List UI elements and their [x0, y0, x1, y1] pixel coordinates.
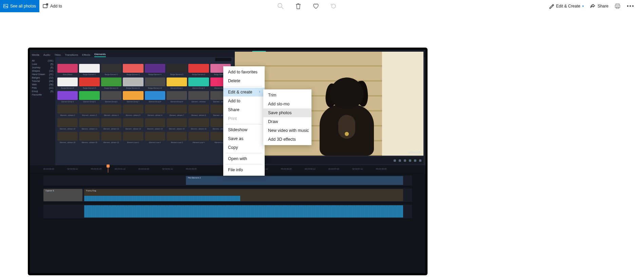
ctx-slideshow[interactable]: Slideshow: [223, 125, 265, 134]
context-submenu: Trim Add slo-mo Save photos Draw New vid…: [263, 89, 311, 145]
grid-thumb: [79, 64, 99, 73]
grid-thumb: [101, 132, 121, 141]
grid-thumb: [145, 132, 165, 141]
sub-3d-effects[interactable]: Add 3D effects: [263, 135, 311, 144]
see-all-photos-label: See all photos: [10, 4, 36, 8]
print-icon[interactable]: [614, 3, 621, 9]
grid-thumb: [167, 64, 187, 73]
grid-thumb: [79, 105, 99, 114]
grid-thumb: [145, 118, 165, 127]
sub-save-photos[interactable]: Save photos: [263, 108, 311, 117]
grid-thumb: [101, 105, 121, 114]
ctx-add-favorites[interactable]: Add to favorites: [223, 68, 265, 76]
grid-thumb: [57, 118, 78, 127]
grid-thumb: [145, 64, 165, 73]
favorite-heart-icon[interactable]: [312, 3, 319, 10]
grid-thumb: [123, 105, 143, 114]
grid-thumb: [57, 77, 78, 86]
chevron-down-icon: ▾: [582, 4, 584, 8]
grid-thumb: [123, 64, 143, 73]
grid-thumb: [145, 105, 165, 114]
tab-effects: Effects: [82, 53, 90, 57]
sub-draw[interactable]: Draw: [263, 117, 311, 126]
grid-thumb: [79, 77, 99, 86]
grid-thumb: [167, 105, 187, 114]
tab-audio: Audio: [43, 53, 50, 57]
toolbar-right: Edit & Create ▾ Share •••: [549, 0, 644, 12]
svg-point-2: [278, 3, 282, 7]
track-audio: [43, 205, 412, 218]
zoom-icon[interactable]: [277, 3, 284, 10]
timeline-tick: 00:00:06:00: [281, 168, 305, 170]
sub-slomo[interactable]: Add slo-mo: [263, 100, 311, 108]
share-icon: [590, 3, 595, 9]
share-label: Share: [598, 4, 608, 8]
ctx-print: Print: [223, 114, 265, 123]
edit-create-icon: [549, 3, 554, 9]
app-toolbar: See all photos Add to Edit & Create ▾ Sh…: [0, 0, 644, 12]
grid-thumb: [188, 77, 209, 86]
grid-thumb: [188, 132, 209, 141]
svg-rect-4: [615, 5, 620, 7]
grid-thumb: [57, 105, 78, 114]
toolbar-center: [65, 0, 549, 12]
timeline-tick: 00:00:07:00: [328, 168, 352, 170]
grid-thumb: [145, 91, 165, 100]
grid-thumb: [145, 77, 165, 86]
grid-thumb: [188, 105, 209, 114]
ctx-save-as[interactable]: Save as: [223, 134, 265, 143]
tab-transitions: Transitions: [65, 53, 78, 57]
edit-create-button[interactable]: Edit & Create ▾: [549, 3, 584, 9]
grid-thumb: [57, 64, 78, 73]
grid-thumb: [167, 91, 187, 100]
grid-thumb: [79, 91, 99, 100]
timeline-tick: 00:00:07:12: [352, 168, 376, 170]
ctx-file-info[interactable]: File info: [223, 166, 265, 174]
timeline-tick: 00:00:06:12: [305, 168, 328, 170]
grid-thumb: [188, 118, 209, 127]
grid-thumb: [188, 64, 209, 73]
grid-thumb: [123, 118, 143, 127]
preview-dog: [306, 74, 377, 156]
grid-thumb: [123, 91, 143, 100]
ctx-edit-create[interactable]: Edit & create ›: [223, 88, 265, 97]
timeline-tick: 00:00:00:12: [67, 168, 91, 170]
editor-search: [215, 58, 231, 61]
tab-elements: Elements: [94, 53, 106, 57]
grid-thumb: [79, 132, 99, 141]
more-icon[interactable]: •••: [627, 3, 634, 9]
add-to-label: Add to: [50, 4, 62, 8]
sub-trim[interactable]: Trim: [263, 91, 311, 100]
photos-icon: [3, 4, 8, 8]
ctx-delete[interactable]: Delete: [223, 76, 265, 85]
grid-thumb: [123, 77, 143, 86]
timeline-tick: 00:00:08:00: [376, 168, 400, 170]
ctx-add-to[interactable]: Add to: [223, 97, 265, 105]
sub-new-video[interactable]: New video with music: [263, 126, 311, 135]
preview-timestamp: 00:00:01:05: [408, 151, 421, 154]
track-overlay: Pet Element 2: [43, 175, 412, 186]
share-button[interactable]: Share: [590, 3, 608, 9]
grid-thumb: [188, 91, 209, 100]
grid-thumb: [101, 118, 121, 127]
add-to-button[interactable]: Add to: [39, 0, 65, 12]
timeline-tick: 00:00:00:00: [43, 168, 67, 170]
tab-titles: Titles: [54, 53, 61, 57]
tab-media: Media: [32, 53, 39, 57]
rotate-icon[interactable]: [330, 3, 337, 10]
track-video: Opener 6 Funny Dog: [43, 188, 412, 202]
clip-opener: Opener 6: [45, 190, 54, 192]
grid-thumb: [57, 132, 78, 141]
edit-create-label: Edit & Create: [556, 4, 580, 8]
grid-thumb: [101, 77, 121, 86]
ctx-copy[interactable]: Copy: [223, 143, 265, 152]
timeline-tick: 00:00:02:00: [138, 168, 162, 170]
ctx-share[interactable]: Share: [223, 105, 265, 114]
add-to-icon: [43, 3, 48, 9]
timeline-tick: 00:00:02:12: [162, 168, 186, 170]
grid-thumb: [167, 132, 187, 141]
chevron-right-icon: ›: [259, 90, 260, 94]
see-all-photos-button[interactable]: See all photos: [0, 0, 39, 12]
delete-icon[interactable]: [295, 3, 302, 10]
ctx-open-with[interactable]: Open with: [223, 154, 265, 163]
